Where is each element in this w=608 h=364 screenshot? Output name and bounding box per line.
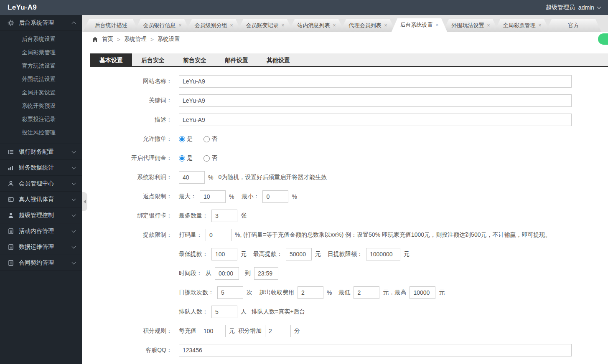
sidebar-section-live-sports[interactable]: 真人视讯体育 — [0, 192, 82, 207]
green-action-button[interactable] — [598, 33, 608, 45]
page-tab[interactable]: 站内消息列表× — [289, 19, 344, 32]
time-from-input[interactable] — [215, 267, 239, 280]
home-icon — [92, 36, 98, 43]
tab-frontend-security[interactable]: 前台安全 — [174, 53, 216, 67]
system-profit-input[interactable] — [179, 171, 205, 184]
chevron-up-icon — [72, 22, 76, 26]
tab-backend-security[interactable]: 后台安全 — [132, 53, 174, 67]
time-to-input[interactable] — [254, 267, 278, 280]
page-tab-active[interactable]: 后台系统设置× — [392, 18, 447, 32]
sidebar-item-global-draw[interactable]: 全局开奖设置 — [0, 86, 82, 99]
percent-unit: % — [229, 193, 234, 200]
sidebar-section-member-center[interactable]: 会员管理中心 — [0, 176, 82, 192]
sidebar-item-global-lottery[interactable]: 全局彩票管理 — [0, 46, 82, 59]
tab-other-settings[interactable]: 其他设置 — [257, 53, 299, 67]
app-logo: LeYu-A9 — [8, 3, 37, 12]
queue-input[interactable] — [211, 306, 237, 318]
sidebar-section-super-admin[interactable]: 超级管理控制 — [0, 207, 82, 223]
page-tab[interactable]: 全局彩票管理× — [494, 19, 550, 32]
member-icon — [8, 180, 14, 187]
page-tab[interactable]: 后台统计描述 — [83, 19, 139, 32]
daily-times-input[interactable] — [217, 286, 243, 299]
sidebar-section-data-ops[interactable]: 数据运维管理 — [0, 239, 82, 255]
sidebar-section-finance-stats[interactable]: 财务数据统计 — [0, 160, 82, 176]
fee-max-input[interactable] — [410, 286, 435, 299]
form-row-daily-withdraw-times: 日提款次数： 次 超出收取费用 % 最低 元，最高 元 — [90, 286, 608, 299]
service-qq-label: 客服QQ： — [90, 346, 172, 354]
bankcard-max-input[interactable] — [211, 210, 237, 222]
close-icon[interactable]: × — [435, 23, 438, 28]
site-name-label: 网站名称： — [90, 78, 172, 85]
tab-basic-settings[interactable]: 基本设置 — [90, 53, 132, 67]
points-per-input[interactable] — [200, 325, 226, 337]
sidebar-section-backend-system[interactable]: 后台系统管理 — [0, 15, 82, 31]
form-row-agent-commission: 开启代理佣金： 是 否 — [90, 152, 608, 164]
rebate-min-input[interactable] — [262, 190, 288, 203]
daily-times-label: 日提款次数： — [179, 289, 214, 296]
close-icon[interactable]: × — [178, 23, 181, 28]
sidebar-collapse-handle[interactable] — [82, 192, 87, 211]
sidebar-item-risk-control[interactable]: 投注风控管理 — [0, 126, 82, 139]
page-tab[interactable]: 会员账变记录× — [237, 19, 293, 32]
form-row-allow-cancel: 允许撤单： 是 否 — [90, 133, 608, 145]
sidebar-item-peripheral-play[interactable]: 外围玩法设置 — [0, 73, 82, 86]
page-tab[interactable]: 外围玩法设置× — [443, 19, 499, 32]
breadcrumb-system-management[interactable]: 系统管理 — [124, 35, 147, 43]
sidebar-item-backend-settings[interactable]: 后台系统设置 — [0, 33, 82, 46]
breadcrumb-separator: > — [150, 36, 154, 43]
breadcrumb-system-settings[interactable]: 系统设置 — [158, 35, 180, 43]
sidebar-item-bet-records[interactable]: 彩票投注记录 — [0, 113, 82, 126]
close-icon[interactable]: × — [281, 23, 284, 28]
doc-icon — [8, 228, 14, 235]
close-icon[interactable]: × — [538, 23, 541, 28]
tab-mail-settings[interactable]: 邮件设置 — [216, 53, 257, 67]
sidebar-item-draw-preset[interactable]: 系统开奖预设 — [0, 99, 82, 113]
page-tab[interactable]: 代理会员列表× — [340, 19, 396, 32]
close-icon[interactable]: × — [487, 23, 490, 28]
max-withdraw-label: 最高提款： — [253, 250, 282, 258]
breadcrumb-home[interactable]: 首页 — [102, 35, 113, 43]
sidebar-section-activity-content[interactable]: 活动内容管理 — [0, 223, 82, 239]
rebate-max-input[interactable] — [200, 190, 226, 203]
keywords-input[interactable] — [179, 94, 572, 107]
overfee-input[interactable] — [298, 286, 323, 299]
bankcard-unit: 张 — [241, 212, 247, 220]
agent-commission-no-radio[interactable]: 否 — [204, 154, 217, 162]
close-icon[interactable]: × — [333, 23, 336, 28]
sidebar-item-official-play[interactable]: 官方玩法设置 — [0, 59, 82, 73]
queue-unit: 人 — [241, 308, 247, 316]
max-withdraw-input[interactable] — [286, 248, 312, 260]
close-icon[interactable]: × — [230, 23, 233, 28]
form-row-withdraw-amounts: 最低提款： 元 最高提款： 元 日提款限额： 元 — [90, 248, 608, 260]
sidebar-section-label: 数据运维管理 — [19, 243, 72, 251]
form-row-description: 描述： — [90, 114, 608, 126]
yuan-unit: 元 — [439, 289, 445, 296]
allow-cancel-label: 允许撤单： — [90, 135, 172, 143]
allow-cancel-no-radio[interactable]: 否 — [204, 135, 217, 143]
points-add-input[interactable] — [265, 325, 291, 337]
service-qq-input[interactable] — [179, 344, 572, 356]
close-icon[interactable]: × — [384, 23, 387, 28]
fee-min-input[interactable] — [354, 286, 379, 299]
withdraw-limit-label: 提款限制： — [90, 231, 172, 239]
page-tab[interactable]: 会员级别分组× — [186, 19, 242, 32]
sidebar-section-bank-finance[interactable]: 银行财务配置 — [0, 144, 82, 160]
dama-input[interactable] — [206, 229, 231, 241]
agent-commission-yes-radio[interactable]: 是 — [179, 154, 193, 162]
breadcrumb: 首页 > 系统管理 > 系统设置 — [82, 32, 608, 47]
page-tab[interactable]: 会员银行信息× — [135, 19, 190, 32]
description-input[interactable] — [179, 114, 572, 126]
settings-tabs: 基本设置 后台安全 前台安全 邮件设置 其他设置 — [90, 53, 608, 67]
form-row-rebate-limit: 返点限制： 最大： % 最小： % — [90, 190, 608, 203]
daily-limit-input[interactable] — [366, 248, 400, 260]
user-menu[interactable]: 超级管理员 admin — [546, 4, 600, 11]
sidebar-section-contract[interactable]: 合同契约管理 — [0, 255, 82, 271]
min-withdraw-input[interactable] — [211, 248, 237, 260]
page-tab[interactable]: 官方 — [546, 19, 601, 32]
site-name-input[interactable] — [179, 75, 572, 88]
form-row-queue: 排队人数： 人 排队人数=真实+后台 — [90, 306, 608, 318]
sidebar: 后台系统管理 后台系统设置 全局彩票管理 官方玩法设置 外围玩法设置 全局开奖设… — [0, 15, 82, 364]
rebate-max-label: 最大： — [179, 193, 196, 200]
chevron-down-icon — [72, 197, 76, 201]
allow-cancel-yes-radio[interactable]: 是 — [179, 135, 193, 143]
